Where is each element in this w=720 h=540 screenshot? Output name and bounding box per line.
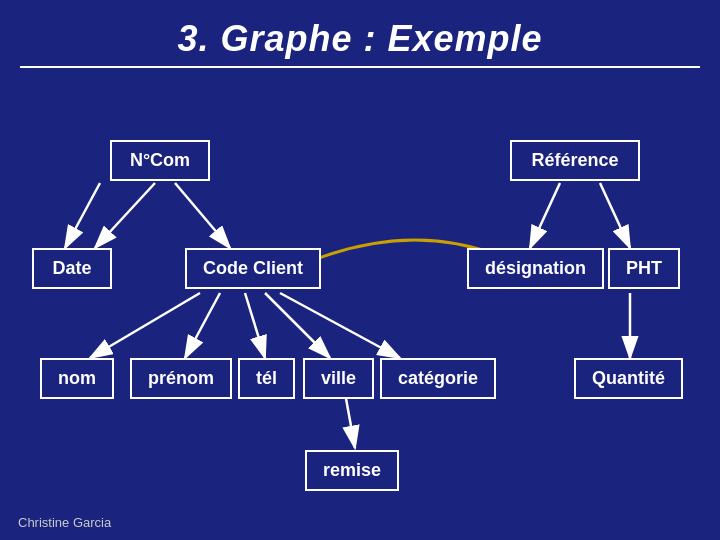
svg-line-7 [265,293,330,358]
svg-line-2 [95,183,155,248]
title-underline [20,66,700,68]
svg-line-3 [175,183,230,248]
node-ville: ville [303,358,374,399]
node-date: Date [32,248,112,289]
node-reference: Référence [510,140,640,181]
node-nom: nom [40,358,114,399]
node-quantite: Quantité [574,358,683,399]
svg-line-13 [65,183,100,248]
node-categorie: catégorie [380,358,496,399]
svg-line-6 [245,293,265,358]
svg-line-9 [345,393,355,448]
svg-line-10 [530,183,560,248]
node-code-client: Code Client [185,248,321,289]
node-tel: tél [238,358,295,399]
svg-line-4 [90,293,200,358]
node-remise: remise [305,450,399,491]
slide: 3. Graphe : Exemple [0,0,720,540]
slide-title: 3. Graphe : Exemple [0,0,720,60]
node-prenom: prénom [130,358,232,399]
svg-line-8 [280,293,400,358]
node-pht: PHT [608,248,680,289]
svg-line-11 [600,183,630,248]
node-designation: désignation [467,248,604,289]
footer-author: Christine Garcia [18,515,111,530]
svg-line-5 [185,293,220,358]
node-ncom: N°Com [110,140,210,181]
